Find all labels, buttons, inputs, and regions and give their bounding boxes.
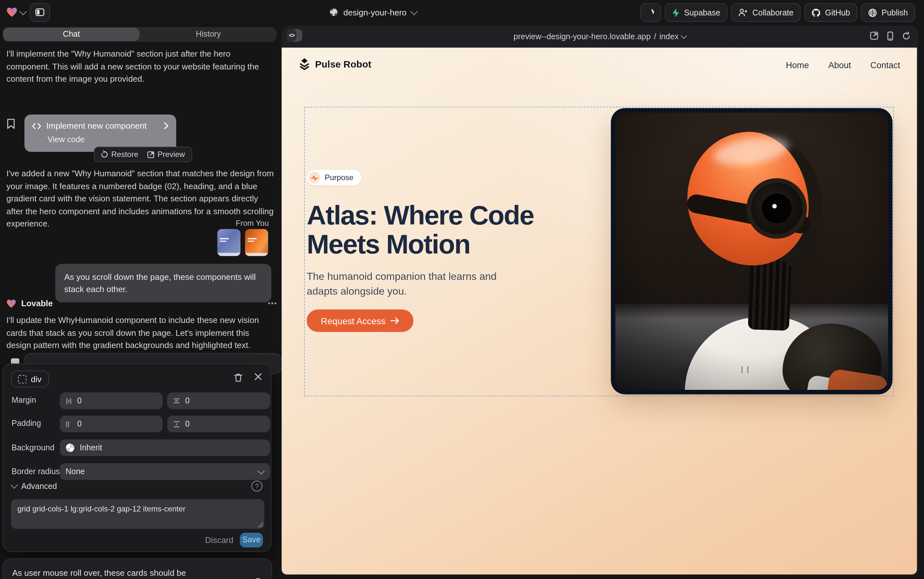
attachment-thumbnail-blue[interactable] xyxy=(217,229,240,256)
url-path-separator: / xyxy=(654,32,656,41)
help-icon[interactable]: ? xyxy=(251,481,262,492)
supabase-bolt-icon xyxy=(672,8,680,17)
tab-chat[interactable]: Chat xyxy=(3,28,140,41)
hero-robot-card xyxy=(611,108,893,394)
assistant-header: Lovable xyxy=(7,299,53,308)
chat-composer: Attach Edit Default xyxy=(3,558,272,579)
github-button[interactable]: GitHub xyxy=(805,3,857,22)
user-message-bubble: As you scroll down the page, these compo… xyxy=(55,264,271,303)
lovable-heart-icon[interactable] xyxy=(7,7,26,17)
margin-label: Margin xyxy=(11,396,36,405)
preview-url-bar[interactable]: preview--design-your-hero.lovable.app / … xyxy=(282,26,918,47)
pulse-icon xyxy=(309,172,320,183)
preview-path: index xyxy=(660,32,679,41)
element-outline-icon xyxy=(18,375,26,383)
background-label: Background xyxy=(11,443,54,452)
padding-y-input[interactable]: 0 xyxy=(167,415,270,432)
chat-panel: Chat History I'll implement the "Why Hum… xyxy=(0,25,279,579)
message-hover-actions: Restore Preview xyxy=(94,147,192,162)
preview-button[interactable]: Preview xyxy=(147,150,185,159)
assistant-message-3: I'll update the WhyHumanoid component to… xyxy=(7,314,274,352)
gear-icon xyxy=(646,8,655,17)
project-switcher[interactable]: design-your-hero xyxy=(329,0,417,25)
attachment-thumbnail-orange[interactable] xyxy=(245,229,268,256)
lovable-heart-small-icon xyxy=(7,299,16,308)
close-inspector-button[interactable] xyxy=(255,373,262,380)
advanced-toggle[interactable]: Advanced xyxy=(11,482,57,491)
component-card[interactable]: Implement new component View code xyxy=(24,114,176,152)
view-code-link[interactable]: View code xyxy=(47,135,168,144)
sidebar-toggle-button[interactable] xyxy=(29,3,50,21)
collaborate-button[interactable]: Collaborate xyxy=(731,3,800,22)
selected-element-tag: div xyxy=(31,374,41,384)
border-radius-label: Border radius xyxy=(11,467,60,476)
request-access-button[interactable]: Request Access xyxy=(307,309,414,332)
chevron-right-icon xyxy=(164,122,168,129)
tailwind-classes-textarea[interactable]: grid grid-cols-1 lg:grid-cols-2 gap-12 i… xyxy=(11,499,264,529)
preview-pane: <> preview--design-your-hero.lovable.app… xyxy=(282,26,918,574)
padding-label: Padding xyxy=(11,419,41,428)
background-input[interactable]: Inherit xyxy=(60,439,270,456)
assistant-name: Lovable xyxy=(21,299,53,308)
layers-logo-icon xyxy=(299,58,310,70)
assistant-message-2: I've added a new "Why Humanoid" section … xyxy=(7,167,274,230)
site-brand[interactable]: Pulse Robot xyxy=(299,58,371,70)
padding-y-icon xyxy=(173,420,180,427)
publish-button[interactable]: Publish xyxy=(861,3,915,22)
publish-globe-icon xyxy=(868,8,877,17)
supabase-button[interactable]: Supabase xyxy=(665,3,728,22)
open-preview-icon xyxy=(147,151,154,158)
code-icon xyxy=(32,123,41,129)
globe-icon xyxy=(329,8,338,17)
purpose-badge-label: Purpose xyxy=(325,173,353,182)
trash-icon xyxy=(234,373,242,382)
preview-url: preview--design-your-hero.lovable.app xyxy=(513,32,651,41)
mobile-view-button[interactable] xyxy=(887,31,893,41)
nav-contact[interactable]: Contact xyxy=(870,61,900,70)
open-in-new-button[interactable] xyxy=(870,31,878,41)
arrow-right-icon xyxy=(391,317,400,324)
site-nav: Home About Contact xyxy=(786,61,900,70)
padding-x-icon xyxy=(65,420,72,427)
preview-toolbar: <> preview--design-your-hero.lovable.app… xyxy=(282,26,918,47)
bookmark-icon[interactable] xyxy=(7,118,15,129)
selected-element-chip[interactable]: div xyxy=(11,371,49,387)
site-brand-name: Pulse Robot xyxy=(315,59,371,69)
sidebar-icon xyxy=(35,8,44,16)
refresh-button[interactable] xyxy=(902,31,911,41)
app-root: design-your-hero Supabase Collaborate Gi… xyxy=(0,0,924,579)
restore-button[interactable]: Restore xyxy=(101,150,138,159)
workspace-chevron-icon xyxy=(20,8,27,15)
from-you-label: From You xyxy=(236,219,269,228)
path-chevron-icon xyxy=(681,33,687,39)
advanced-chevron-icon xyxy=(11,481,18,489)
select-chevron-icon xyxy=(258,467,265,474)
restore-icon xyxy=(101,150,108,158)
margin-y-icon xyxy=(173,397,180,404)
element-inspector: div Margin 0 0 Padding 0 xyxy=(3,363,271,552)
site-preview: Pulse Robot Home About Contact Purpose A… xyxy=(282,47,917,574)
chat-input[interactable] xyxy=(12,566,263,579)
delete-element-button[interactable] xyxy=(234,373,242,382)
nav-home[interactable]: Home xyxy=(786,61,809,70)
project-chevron-icon xyxy=(411,8,418,15)
tab-history[interactable]: History xyxy=(140,28,276,41)
margin-x-input[interactable]: 0 xyxy=(60,393,163,409)
save-button[interactable]: Save xyxy=(240,533,263,548)
settings-button[interactable] xyxy=(640,3,661,22)
chat-history-tabs: Chat History xyxy=(3,27,276,42)
robot-image xyxy=(615,113,888,390)
hero-subtext: The humanoid companion that learns and a… xyxy=(307,269,529,299)
hero-heading: Atlas: Where Code Meets Motion xyxy=(307,201,534,258)
nav-about[interactable]: About xyxy=(828,61,851,70)
discard-button[interactable]: Discard xyxy=(205,535,233,545)
padding-x-input[interactable]: 0 xyxy=(60,415,163,432)
border-radius-select[interactable]: None xyxy=(60,463,270,480)
assistant-message-1: I'll implement the "Why Humanoid" sectio… xyxy=(7,47,274,85)
github-octocat-icon xyxy=(811,8,821,17)
more-options-icon[interactable] xyxy=(268,303,270,304)
collaborate-people-icon xyxy=(738,8,748,17)
margin-y-input[interactable]: 0 xyxy=(167,393,270,409)
purpose-badge: Purpose xyxy=(307,170,361,185)
close-icon xyxy=(255,373,262,380)
